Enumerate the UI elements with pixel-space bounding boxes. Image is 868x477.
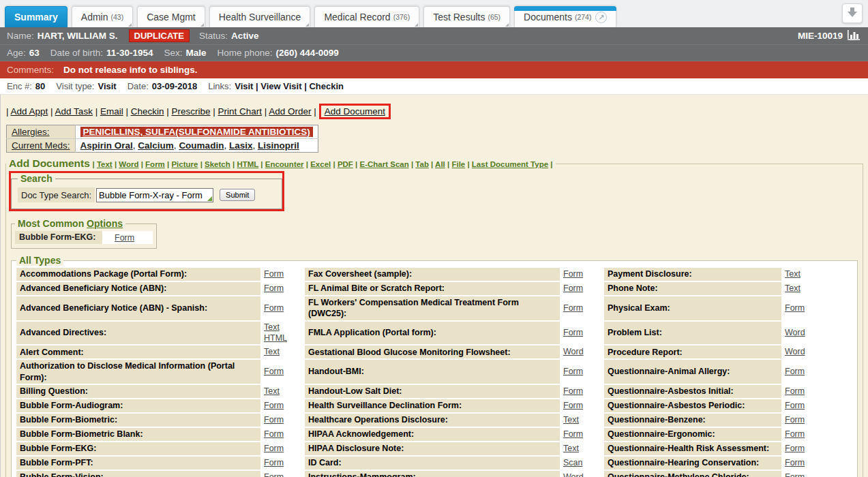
action-link-add-order[interactable]: Add Order (269, 106, 311, 117)
doc-link-questionnaire-asbestos-periodic-form[interactable]: Form (785, 400, 805, 412)
action-link-add-appt[interactable]: Add Appt (11, 106, 48, 117)
tab-summary[interactable]: Summary (5, 6, 68, 27)
med-link-coumadin[interactable]: Coumadin (179, 140, 224, 151)
action-link-add-task[interactable]: Add Task (55, 106, 93, 117)
doc-link-id-card-scan[interactable]: Scan (563, 457, 583, 469)
doc-link-handout-bmi-form[interactable]: Form (563, 366, 583, 378)
doc-type-link-pdf[interactable]: PDF (338, 160, 353, 168)
doc-link-physical-exam-form[interactable]: Form (785, 303, 805, 314)
doc-link-instructions-mammogram-word[interactable]: Word (563, 472, 584, 477)
doc-link-accommodations-package-portal-form-form[interactable]: Form (264, 268, 284, 280)
med-link-aspirin-oral[interactable]: Aspirin Oral (80, 140, 133, 151)
encounter-link-checkin[interactable]: Checkin (309, 81, 344, 91)
action-link-add-document[interactable]: Add Document (325, 106, 385, 117)
doc-type-link-sketch[interactable]: Sketch (205, 160, 230, 168)
doc-link-handout-low-salt-diet-form[interactable]: Form (563, 386, 583, 397)
doc-type-link-picture[interactable]: Picture (171, 160, 198, 168)
tab-dropdown-fold-icon[interactable] (128, 23, 132, 27)
doc-link-questionnaire-methylene-chloride-form[interactable]: Form (785, 472, 805, 477)
allergy-value-link[interactable]: PENICILLINS, SULFA(SULFONAMIDE ANTIBIOTI… (80, 127, 313, 137)
doc-link-fl-animal-bite-or-scratch-report-form[interactable]: Form (563, 283, 583, 294)
doc-type-link-e-chart-scan[interactable]: E-Chart Scan (359, 160, 408, 168)
doc-link-advanced-directives-html[interactable]: HTML (264, 333, 287, 344)
doc-link-healthcare-operations-disclosure-text[interactable]: Text (563, 414, 579, 426)
doc-link-advanced-directives-text[interactable]: Text (264, 322, 280, 333)
tab-documents[interactable]: Documents(274)↗ (514, 6, 616, 27)
tab-admin[interactable]: Admin(43) (72, 6, 133, 27)
doc-type-link-html[interactable]: HTML (237, 160, 258, 168)
resize-handle-icon[interactable] (207, 196, 212, 201)
doc-link-bubble-form-ekg-form[interactable]: Form (264, 443, 284, 455)
doc-link-questionnaire-hearing-conservation-form[interactable]: Form (785, 457, 805, 469)
doc-link-questionnaire-animal-allergy-form[interactable]: Form (785, 366, 805, 378)
doc-link-questionnaire-ergonomic-form[interactable]: Form (785, 429, 805, 440)
tab-test-results[interactable]: Test Results(65) (423, 6, 510, 27)
doc-type-link-excel[interactable]: Excel (310, 160, 331, 168)
doc-type-label: Questionnaire-Asbestos Initial: (604, 385, 781, 398)
doc-link-fax-coversheet-sample-form[interactable]: Form (563, 268, 583, 280)
doc-link-questionnaire-health-risk-assessment-form[interactable]: Form (785, 443, 805, 455)
doc-type-link-form[interactable]: Form (145, 160, 165, 168)
doc-link-questionnaire-benzene-form[interactable]: Form (785, 414, 805, 426)
tab-health-surveillance[interactable]: Health Surveillance (209, 6, 311, 27)
tab-case-mgmt[interactable]: Case Mgmt (137, 6, 205, 27)
doc-link-procedure-report-word[interactable]: Word (785, 346, 805, 358)
doc-type-label: Questionnaire-Animal Allergy: (604, 360, 781, 384)
doc-link-payment-disclosure-text[interactable]: Text (785, 268, 800, 280)
doc-link-phone-note-text[interactable]: Text (785, 283, 800, 294)
tab-count-badge: (376) (393, 13, 410, 21)
doc-link-questionnaire-asbestos-initial-form[interactable]: Form (785, 386, 805, 397)
doc-type-link-tab[interactable]: Tab (415, 160, 429, 168)
med-link-calcium[interactable]: Calcium (138, 140, 174, 151)
doc-type-link-word[interactable]: Word (119, 160, 138, 168)
doc-type-link-last-document-type[interactable]: Last Document Type (472, 160, 548, 168)
comments-value: Do not release info to siblings. (63, 65, 198, 75)
doc-link-fmla-application-portal-form-form[interactable]: Form (563, 327, 583, 339)
allergies-label-link[interactable]: Allergies: (7, 125, 76, 139)
action-link-prescribe[interactable]: Prescribe (171, 106, 210, 117)
chart-icon[interactable] (848, 30, 861, 42)
action-link-email[interactable]: Email (100, 106, 123, 117)
doc-link-authorization-to-disclose-medical-information-portal-form-form[interactable]: Form (264, 366, 284, 378)
doc-type-link-text[interactable]: Text (97, 160, 113, 168)
doc-link-problem-list-word[interactable]: Word (785, 327, 805, 339)
doc-link-bubble-form-biometric-blank-form[interactable]: Form (264, 429, 284, 440)
doc-link-bubble-form-biometric-form[interactable]: Form (264, 414, 284, 426)
encounter-link-view-visit[interactable]: View Visit (260, 81, 301, 91)
doc-link-billing-question-text[interactable]: Text (264, 386, 280, 397)
doc-link-gestational-blood-glucose-monitoring-flowsheet-word[interactable]: Word (563, 346, 584, 358)
doc-link-advanced-beneficiary-notice-abn-spanish-form[interactable]: Form (264, 303, 284, 314)
doc-link-hipaa-disclosure-note-text[interactable]: Text (563, 443, 579, 455)
column-spacer (822, 385, 852, 398)
action-link-print-chart[interactable]: Print Chart (218, 106, 263, 117)
encounter-link-visit[interactable]: Visit (235, 81, 253, 91)
doc-type-link-all[interactable]: All (435, 160, 445, 168)
med-link-lasix[interactable]: Lasix (229, 140, 253, 151)
doc-link-health-surveillance-declination-form-form[interactable]: Form (563, 400, 583, 412)
current-meds-label-link[interactable]: Current Meds: (7, 139, 76, 153)
med-link-lisinopril[interactable]: Lisinopril (258, 140, 299, 151)
doc-link-hipaa-acknowledgement-form[interactable]: Form (563, 429, 583, 440)
tab-dropdown-fold-icon[interactable] (200, 23, 204, 27)
doc-type-link-encounter[interactable]: Encounter (265, 160, 304, 168)
options-link[interactable]: Options (87, 218, 123, 229)
doc-link-bubble-form-vision-form[interactable]: Form (264, 472, 284, 477)
tab-dropdown-fold-icon[interactable] (415, 23, 418, 27)
doc-type-search-label: Doc Type Search: (18, 187, 95, 202)
download-chart-button[interactable] (842, 3, 863, 23)
doc-link-bubble-form-pft-form[interactable]: Form (264, 457, 284, 469)
duplicate-badge[interactable]: DUPLICATE (129, 29, 190, 42)
doc-link-alert-comment-text[interactable]: Text (264, 346, 280, 358)
tab-medical-record[interactable]: Medical Record(376) (314, 6, 419, 27)
action-link-checkin[interactable]: Checkin (131, 106, 164, 117)
submit-button[interactable]: Submit (220, 189, 255, 201)
most-common-form-link[interactable]: Form (115, 233, 134, 243)
open-in-new-icon[interactable]: ↗ (595, 12, 607, 23)
doc-type-search-input[interactable] (96, 188, 213, 202)
tab-dropdown-fold-icon[interactable] (305, 23, 309, 27)
doc-link-bubble-form-audiogram-form[interactable]: Form (264, 400, 284, 412)
doc-link-advanced-beneficiary-notice-abn-form[interactable]: Form (264, 283, 284, 294)
tab-dropdown-fold-icon[interactable] (505, 23, 509, 27)
doc-type-link-file[interactable]: File (451, 160, 465, 168)
doc-link-fl-workers-compensation-medical-treatment-form-dwc25-form[interactable]: Form (563, 303, 583, 314)
